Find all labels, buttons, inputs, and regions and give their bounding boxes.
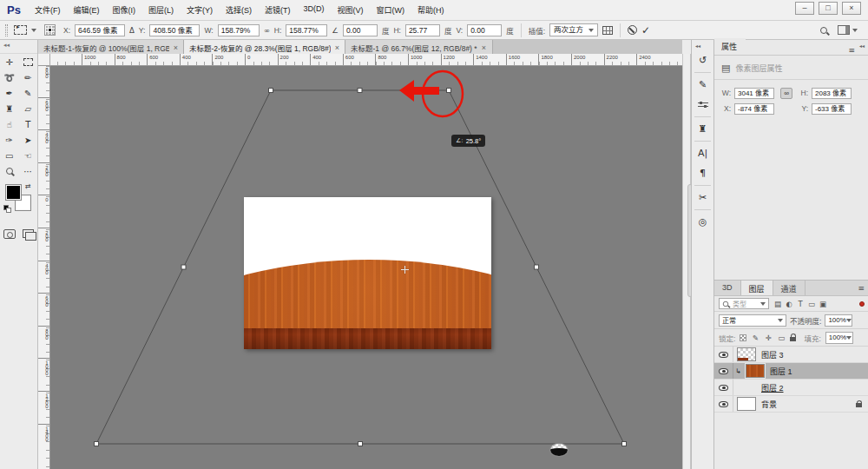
- shape-tool[interactable]: ▭: [0, 148, 19, 163]
- zoom-tool[interactable]: [0, 163, 19, 179]
- transform-handle-bottom-left[interactable]: [95, 442, 99, 446]
- menu-item[interactable]: 图像(I): [112, 4, 135, 16]
- rotate-field[interactable]: 0.00: [343, 24, 378, 36]
- filter-smart-objects-icon[interactable]: ▣: [818, 300, 828, 308]
- tab-properties[interactable]: 属性: [714, 38, 746, 55]
- h-skew-field[interactable]: 25.77: [405, 24, 440, 36]
- lock-position-icon[interactable]: ✛: [764, 334, 773, 342]
- reference-point-locator[interactable]: [44, 24, 56, 36]
- brush-presets-panel-icon[interactable]: ✎: [692, 75, 713, 95]
- menu-item[interactable]: 视图(V): [337, 4, 363, 16]
- opacity-dropdown[interactable]: 100%: [825, 314, 852, 327]
- clone-source-panel-icon[interactable]: ♜: [692, 119, 713, 139]
- path-selection-tool[interactable]: ➤: [19, 132, 38, 148]
- panel-menu-icon[interactable]: ≡: [848, 46, 854, 55]
- link-dimensions-icon[interactable]: ∞: [780, 88, 792, 99]
- paragraph-panel-icon[interactable]: ¶: [692, 163, 713, 183]
- workspace-icon[interactable]: [838, 25, 850, 35]
- tab-close-icon[interactable]: ×: [174, 43, 178, 52]
- transform-handle-top-right[interactable]: [447, 89, 451, 93]
- x-position-field[interactable]: 646.59 像素: [75, 24, 125, 36]
- layer-visibility-toggle[interactable]: [714, 363, 733, 379]
- fill-dropdown[interactable]: 100%: [825, 332, 853, 344]
- layer-visibility-toggle[interactable]: [714, 380, 733, 395]
- lock-image-pixels-icon[interactable]: ✎: [751, 334, 760, 342]
- layer-filter-dropdown[interactable]: 类型: [719, 298, 769, 309]
- menu-item[interactable]: 3D(D): [303, 4, 324, 16]
- y-position-field[interactable]: 408.50 像素: [149, 24, 200, 36]
- layer-row[interactable]: ↳图层 1: [714, 363, 868, 380]
- default-colors-icon[interactable]: [3, 205, 11, 213]
- pen-tool[interactable]: ✑: [0, 132, 19, 148]
- workspace-caret-icon[interactable]: [852, 29, 858, 32]
- prop-height-field[interactable]: 2083 像素: [812, 88, 852, 99]
- filter-pixel-layers-icon[interactable]: ▤: [773, 300, 783, 308]
- filter-shape-layers-icon[interactable]: ▭: [806, 300, 817, 308]
- swap-colors-icon[interactable]: ⇄: [25, 182, 31, 190]
- layer-name[interactable]: 图层 1: [770, 366, 792, 377]
- layer-name[interactable]: 图层 2: [761, 382, 784, 393]
- layer-thumbnail[interactable]: [549, 443, 569, 457]
- prop-width-field[interactable]: 3041 像素: [734, 88, 774, 99]
- relative-position-icon[interactable]: Δ: [129, 26, 135, 35]
- layer-visibility-toggle[interactable]: [714, 396, 733, 412]
- layer-thumbnail[interactable]: [737, 397, 756, 411]
- transform-handle-middle-right[interactable]: [535, 265, 539, 269]
- menu-item[interactable]: 窗口(W): [376, 4, 404, 16]
- layer-visibility-toggle[interactable]: [714, 347, 733, 362]
- commit-transform-icon[interactable]: ✓: [641, 24, 650, 36]
- layer-row[interactable]: 背景: [714, 396, 868, 413]
- prop-y-field[interactable]: -633 像素: [812, 103, 852, 115]
- tab-layers[interactable]: 图层: [741, 281, 773, 295]
- expand-panels-arrows-icon[interactable]: ◂◂: [692, 40, 713, 50]
- lock-all-icon[interactable]: [790, 337, 796, 341]
- history-panel-icon[interactable]: ↺: [692, 50, 713, 70]
- tab-close-icon[interactable]: ×: [482, 43, 486, 52]
- tool-preset-caret-icon[interactable]: [31, 29, 36, 32]
- canvas-area[interactable]: ∠: 25.8°: [50, 66, 682, 469]
- tab-channels[interactable]: 通道: [773, 281, 806, 295]
- hand-tool[interactable]: ☜: [19, 148, 38, 163]
- close-button[interactable]: ×: [842, 2, 861, 15]
- options-bar-grip[interactable]: [5, 24, 8, 36]
- brush-tool[interactable]: ✎: [19, 85, 38, 101]
- eraser-tool[interactable]: ▱: [19, 101, 38, 116]
- tab-close-icon[interactable]: ×: [335, 43, 339, 52]
- transform-handle-top-center[interactable]: [358, 89, 362, 93]
- menu-item[interactable]: 图层(L): [148, 4, 174, 16]
- height-field[interactable]: 158.77%: [286, 24, 327, 36]
- quick-selection-tool[interactable]: ✏: [19, 69, 38, 85]
- character-panel-icon[interactable]: A|: [692, 143, 713, 163]
- search-icon[interactable]: [820, 27, 827, 34]
- v-skew-field[interactable]: 0.00: [467, 24, 502, 36]
- minimize-button[interactable]: –: [795, 2, 814, 15]
- prop-x-field[interactable]: -874 像素: [734, 103, 774, 115]
- lock-artboard-icon[interactable]: ▭: [777, 334, 786, 342]
- tab-3d[interactable]: 3D: [714, 281, 741, 295]
- creative-cloud-panel-icon[interactable]: ◎: [692, 212, 713, 232]
- layer-filtering-toggle[interactable]: [859, 301, 865, 307]
- transform-handle-bottom-right[interactable]: [622, 442, 627, 446]
- menu-item[interactable]: 编辑(E): [73, 4, 99, 16]
- quick-mask-button[interactable]: [0, 226, 19, 241]
- menu-item[interactable]: 滤镜(T): [265, 4, 291, 16]
- adjustments-panel-icon[interactable]: [692, 95, 713, 115]
- toolbar-collapse-arrows-icon[interactable]: ◂◂: [0, 40, 37, 54]
- smudge-tool[interactable]: ☝: [0, 116, 19, 132]
- menu-item[interactable]: 帮助(H): [418, 4, 444, 16]
- type-tool[interactable]: T: [19, 116, 38, 132]
- layer-thumbnail[interactable]: [737, 347, 756, 361]
- maximize-button[interactable]: □: [819, 2, 838, 15]
- screen-mode-button[interactable]: [19, 226, 38, 241]
- clone-stamp-tool[interactable]: ♜: [0, 101, 19, 116]
- move-tool[interactable]: ✛: [0, 54, 19, 69]
- tool-presets-panel-icon[interactable]: ✂: [692, 188, 713, 208]
- lasso-tool[interactable]: ➰: [0, 69, 19, 85]
- canvas-vertical-scrollbar[interactable]: [682, 54, 691, 469]
- layer-name[interactable]: 图层 3: [761, 349, 784, 360]
- filter-adjustment-layers-icon[interactable]: ◐: [784, 300, 794, 308]
- blend-mode-dropdown[interactable]: 正常: [719, 314, 786, 327]
- eyedropper-tool[interactable]: ✒: [0, 85, 19, 101]
- layer-row[interactable]: 图层 2: [714, 380, 868, 396]
- edit-toolbar[interactable]: ⋯: [19, 163, 38, 179]
